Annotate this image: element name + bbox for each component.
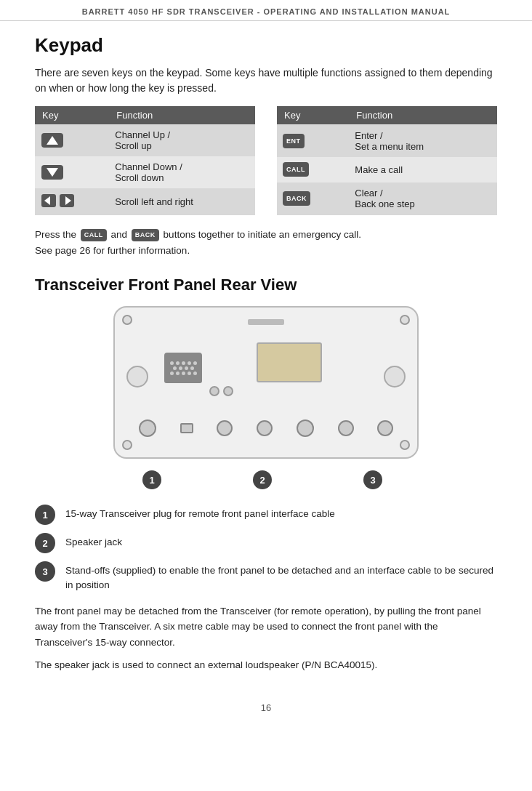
- table-row: Channel Down /Scroll down: [35, 156, 255, 188]
- item-text-3: Stand-offs (supplied) to enable the fron…: [65, 561, 497, 593]
- port-b4: [257, 420, 273, 436]
- header-title: BARRETT 4050 HF SDR TRANSCEIVER - OPERAT…: [82, 7, 451, 16]
- keypad-intro: There are seven keys on the keypad. Some…: [35, 65, 497, 96]
- left-col-function: Function: [109, 106, 255, 124]
- diagram-labels: 1 2 3: [113, 470, 419, 489]
- top-slot: [248, 319, 284, 325]
- numbered-item-1: 1 15-way Transceiver plug for remote fro…: [35, 504, 497, 525]
- diagram-label-1: 1: [142, 470, 161, 489]
- item-text-1: 15-way Transceiver plug for remote front…: [65, 504, 335, 521]
- back-inline-btn: BACK: [132, 229, 159, 241]
- ent-key-icon: ENT: [283, 134, 305, 148]
- press-note-text2: and: [111, 229, 128, 240]
- port-b6: [338, 420, 354, 436]
- port-circle1: [209, 386, 219, 396]
- function-cell: Scroll left and right: [109, 188, 255, 215]
- function-cell: Enter /Set a menu item: [349, 124, 497, 157]
- screw-tl: [122, 315, 132, 325]
- back-key-icon: BACK: [283, 191, 310, 206]
- right-arrow-icon: [59, 193, 75, 208]
- key-cell: ENT: [277, 124, 349, 157]
- left-col-key: Key: [35, 106, 109, 124]
- port-circle2: [223, 386, 233, 396]
- left-arrow-icon: [41, 193, 57, 208]
- port-b5: [297, 419, 314, 437]
- page-number: 16: [0, 695, 532, 718]
- page-content: Keypad There are seven keys on the keypa…: [0, 21, 532, 695]
- diagram-label-2: 2: [253, 470, 272, 489]
- mount-circle-right: [384, 366, 406, 388]
- table-row: BACK Clear /Back one step: [277, 182, 497, 215]
- mount-circle-left: [126, 366, 148, 388]
- press-note-text1: Press the: [35, 229, 76, 240]
- right-key-table: Key Function ENT Enter /Set a menu item …: [277, 106, 497, 215]
- diagram-container: 1 2 3: [35, 306, 497, 489]
- key-cell: [35, 188, 109, 215]
- port-b7: [377, 420, 393, 436]
- diagram-label-3: 3: [363, 470, 382, 489]
- port-b3: [217, 420, 233, 436]
- connector-small: [209, 386, 233, 396]
- function-cell: Clear /Back one step: [349, 182, 497, 215]
- display-area: [257, 342, 322, 382]
- key-cell: BACK: [277, 182, 349, 215]
- key-cell: [35, 124, 109, 156]
- footer-para-2: The speaker jack is used to connect an e…: [35, 657, 497, 673]
- footer-para-1: The front panel may be detached from the…: [35, 603, 497, 651]
- port-b2: [180, 423, 193, 433]
- table-row: Scroll left and right: [35, 188, 255, 215]
- transceiver-diagram: [113, 306, 419, 459]
- function-cell: Channel Up /Scroll up: [109, 124, 255, 156]
- screw-bl: [122, 440, 132, 450]
- keypad-tables: Key Function Channel Up /Scroll up: [35, 106, 497, 215]
- function-cell: Channel Down /Scroll down: [109, 156, 255, 188]
- right-col-key: Key: [277, 106, 349, 124]
- port-b1: [139, 419, 156, 437]
- up-arrow-icon: [41, 132, 64, 148]
- press-note: Press the CALL and BACK buttons together…: [35, 227, 497, 258]
- table-row: Channel Up /Scroll up: [35, 124, 255, 156]
- db15-connector: [164, 353, 202, 383]
- left-key-table: Key Function Channel Up /Scroll up: [35, 106, 255, 215]
- table-row: CALL Make a call: [277, 157, 497, 182]
- page-header: BARRETT 4050 HF SDR TRANSCEIVER - OPERAT…: [0, 0, 532, 21]
- numbered-item-2: 2 Speaker jack: [35, 532, 497, 553]
- right-col-function: Function: [349, 106, 497, 124]
- num-badge-1: 1: [35, 505, 55, 525]
- down-arrow-icon: [41, 164, 64, 180]
- keypad-title: Keypad: [35, 34, 497, 57]
- item-text-2: Speaker jack: [65, 532, 122, 550]
- num-badge-2: 2: [35, 533, 55, 553]
- bottom-ports: [115, 419, 417, 437]
- numbered-items: 1 15-way Transceiver plug for remote fro…: [35, 504, 497, 593]
- call-inline-btn: CALL: [81, 229, 107, 241]
- key-cell: [35, 156, 109, 188]
- screw-tr: [400, 315, 410, 325]
- function-cell: Make a call: [349, 157, 497, 182]
- key-cell: CALL: [277, 157, 349, 182]
- screw-br: [400, 440, 410, 450]
- front-panel-title: Transceiver Front Panel Rear View: [35, 276, 497, 294]
- num-badge-3: 3: [35, 561, 55, 582]
- call-key-icon: CALL: [283, 162, 309, 177]
- lr-arrow-icons: [41, 193, 75, 208]
- numbered-item-3: 3 Stand-offs (supplied) to enable the fr…: [35, 561, 497, 593]
- table-row: ENT Enter /Set a menu item: [277, 124, 497, 157]
